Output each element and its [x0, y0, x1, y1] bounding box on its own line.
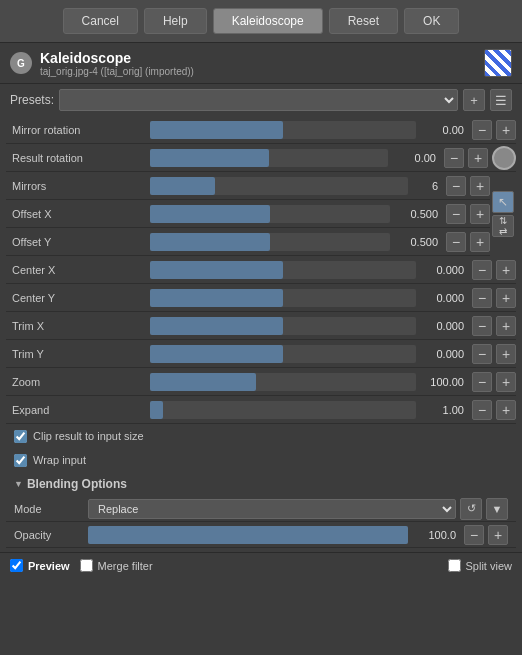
opacity-bar[interactable]: [88, 526, 408, 544]
plugin-subtitle: taj_orig.jpg-4 ([taj_orig] (imported)): [40, 66, 484, 77]
side-tools: ↖ ⇅⇄: [490, 172, 516, 256]
param-row-mirror-rotation: Mirror rotation 0.00 − +: [6, 116, 516, 144]
blend-opacity-label: Opacity: [14, 529, 84, 541]
presets-select[interactable]: [59, 89, 458, 111]
merge-filter-checkbox[interactable]: [80, 559, 93, 572]
center-x-plus[interactable]: +: [496, 260, 516, 280]
offset-x-plus[interactable]: +: [470, 204, 490, 224]
mirror-rotation-label: Mirror rotation: [6, 124, 146, 136]
blending-section-title: Blending Options: [27, 477, 127, 491]
center-x-value: 0.000: [420, 264, 468, 276]
center-x-minus[interactable]: −: [472, 260, 492, 280]
result-rotation-bar[interactable]: [150, 149, 388, 167]
clip-checkbox[interactable]: [14, 430, 27, 443]
param-row-center-x: Center X 0.000 − +: [6, 256, 516, 284]
center-x-bar[interactable]: [150, 261, 416, 279]
offset-x-bar[interactable]: [150, 205, 390, 223]
mirror-rotation-minus[interactable]: −: [472, 120, 492, 140]
center-y-label: Center Y: [6, 292, 146, 304]
trim-x-label: Trim X: [6, 320, 146, 332]
cancel-button[interactable]: Cancel: [63, 8, 138, 34]
zoom-bar[interactable]: [150, 373, 416, 391]
split-view-checkbox[interactable]: [448, 559, 461, 572]
center-y-bar[interactable]: [150, 289, 416, 307]
bottom-bar: Preview Merge filter Split view: [0, 552, 522, 578]
mirrors-params: Mirrors 6 − + Offset X 0.500 − + Off: [6, 172, 490, 256]
result-rotation-minus[interactable]: −: [444, 148, 464, 168]
blending-arrow-icon: ▼: [14, 479, 23, 489]
trim-y-value: 0.000: [420, 348, 468, 360]
opacity-minus[interactable]: −: [464, 525, 484, 545]
kaleidoscope-button[interactable]: Kaleidoscope: [213, 8, 323, 34]
presets-label: Presets:: [10, 93, 54, 107]
reset-button[interactable]: Reset: [329, 8, 398, 34]
trim-x-plus[interactable]: +: [496, 316, 516, 336]
offset-y-plus[interactable]: +: [470, 232, 490, 252]
parameters-content: Mirror rotation 0.00 − + Result rotation…: [0, 116, 522, 548]
mirror-rotation-plus[interactable]: +: [496, 120, 516, 140]
param-row-expand: Expand 1.00 − +: [6, 396, 516, 424]
expand-bar[interactable]: [150, 401, 416, 419]
expand-minus[interactable]: −: [472, 400, 492, 420]
expand-label: Expand: [6, 404, 146, 416]
offset-y-label: Offset Y: [6, 236, 146, 248]
ok-button[interactable]: OK: [404, 8, 459, 34]
result-rotation-circle[interactable]: [492, 146, 516, 170]
merge-filter-label[interactable]: Merge filter: [98, 560, 153, 572]
param-row-offset-y: Offset Y 0.500 − +: [6, 228, 490, 256]
result-rotation-plus[interactable]: +: [468, 148, 488, 168]
mirrors-plus[interactable]: +: [470, 176, 490, 196]
wrap-checkbox[interactable]: [14, 454, 27, 467]
param-row-trim-y: Trim Y 0.000 − +: [6, 340, 516, 368]
trim-y-minus[interactable]: −: [472, 344, 492, 364]
opacity-plus[interactable]: +: [488, 525, 508, 545]
presets-menu-button[interactable]: ☰: [490, 89, 512, 111]
presets-add-button[interactable]: +: [463, 89, 485, 111]
offset-y-bar[interactable]: [150, 233, 390, 251]
trim-y-bar[interactable]: [150, 345, 416, 363]
blending-section-header[interactable]: ▼ Blending Options: [6, 472, 516, 496]
pointer-tool-button[interactable]: ↖: [492, 191, 514, 213]
split-view-label[interactable]: Split view: [466, 560, 512, 572]
clip-label[interactable]: Clip result to input size: [33, 430, 144, 442]
result-rotation-value: 0.00: [392, 152, 440, 164]
move-tool-button[interactable]: ⇅⇄: [492, 215, 514, 237]
mirrors-label: Mirrors: [6, 180, 146, 192]
param-row-center-y: Center Y 0.000 − +: [6, 284, 516, 312]
param-row-zoom: Zoom 100.00 − +: [6, 368, 516, 396]
mirrors-bar[interactable]: [150, 177, 408, 195]
trim-y-plus[interactable]: +: [496, 344, 516, 364]
zoom-label: Zoom: [6, 376, 146, 388]
wrap-checkbox-row: Wrap input: [6, 448, 516, 472]
trim-y-label: Trim Y: [6, 348, 146, 360]
trim-x-minus[interactable]: −: [472, 316, 492, 336]
center-y-plus[interactable]: +: [496, 288, 516, 308]
mirror-rotation-bar[interactable]: [150, 121, 416, 139]
blend-mode-cycle-button[interactable]: ↺: [460, 498, 482, 520]
opacity-value: 100.0: [412, 529, 460, 541]
plugin-icon: G: [10, 52, 32, 74]
trim-x-bar[interactable]: [150, 317, 416, 335]
expand-plus[interactable]: +: [496, 400, 516, 420]
header-text: Kaleidoscope taj_orig.jpg-4 ([taj_orig] …: [40, 50, 484, 77]
wrap-label[interactable]: Wrap input: [33, 454, 86, 466]
center-y-minus[interactable]: −: [472, 288, 492, 308]
blend-mode-menu-button[interactable]: ▼: [486, 498, 508, 520]
plugin-title: Kaleidoscope: [40, 50, 484, 66]
offset-x-label: Offset X: [6, 208, 146, 220]
mirrors-value: 6: [412, 180, 442, 192]
top-bar: Cancel Help Kaleidoscope Reset OK: [0, 0, 522, 43]
result-rotation-label: Result rotation: [6, 152, 146, 164]
preview-label[interactable]: Preview: [28, 560, 70, 572]
help-button[interactable]: Help: [144, 8, 207, 34]
offset-y-minus[interactable]: −: [446, 232, 466, 252]
mirrors-minus[interactable]: −: [446, 176, 466, 196]
expand-value: 1.00: [420, 404, 468, 416]
zoom-minus[interactable]: −: [472, 372, 492, 392]
preview-checkbox[interactable]: [10, 559, 23, 572]
zoom-plus[interactable]: +: [496, 372, 516, 392]
blend-mode-select[interactable]: Replace Normal Multiply Screen: [88, 499, 456, 519]
split-view-row: Split view: [448, 559, 512, 572]
mirror-rotation-value: 0.00: [420, 124, 468, 136]
offset-x-minus[interactable]: −: [446, 204, 466, 224]
